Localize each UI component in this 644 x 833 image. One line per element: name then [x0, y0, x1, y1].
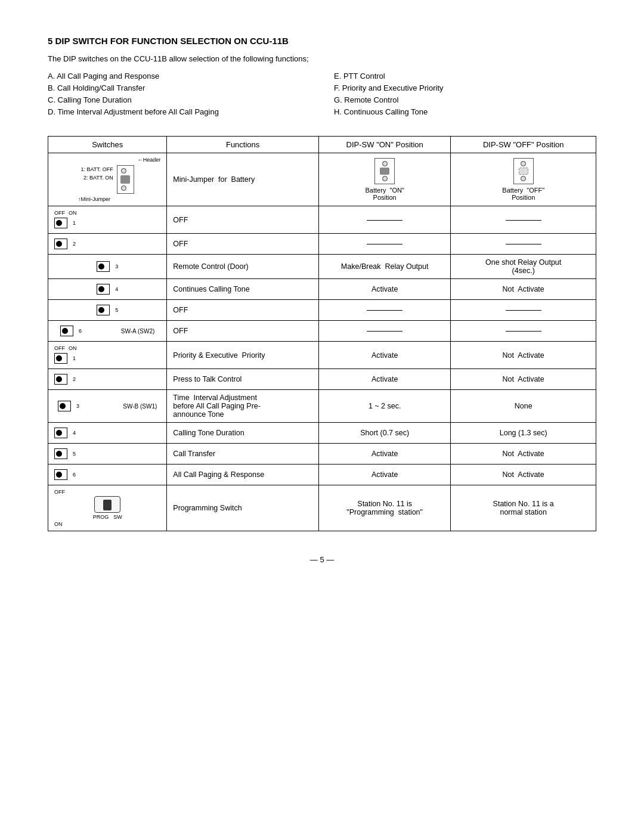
off-pos-swb-6: Not Activate [451, 465, 596, 485]
feature-lists: A. All Call Paging and Response B. Call … [48, 72, 596, 119]
list-left: A. All Call Paging and Response B. Call … [48, 72, 310, 119]
on-pos-swa-1 [318, 206, 450, 234]
header-off-position: DIP-SW "OFF" Position [451, 137, 596, 153]
off-pos-swa-5 [451, 300, 596, 321]
switch-cell-swb-5: 5 [48, 444, 167, 465]
on-pos-swb-4: Short (0.7 sec) [318, 423, 450, 444]
function-swb-6: All Call Paging & Response [167, 465, 319, 485]
function-prog-sw: Programming Switch [167, 485, 319, 531]
table-row-mini-jumper: ←Header 1: BATT. OFF 2: BATT. ON [48, 153, 596, 206]
list-item-f: F. Priority and Executive Priority [334, 83, 596, 92]
on-pos-mini-jumper: Battery "ON"Position [318, 153, 450, 206]
intro-text: The DIP switches on the CCU-11B allow se… [48, 54, 596, 63]
table-row-prog-sw: OFF PROG SW ON Programming Switch Statio… [48, 485, 596, 531]
table-row-swa-4: 4 Continues Calling Tone Activate Not Ac… [48, 279, 596, 300]
switch-cell-mini-jumper: ←Header 1: BATT. OFF 2: BATT. ON [48, 153, 167, 206]
function-swa-6: OFF [167, 321, 319, 342]
table-row-swb-3: 3 SW-B (SW1) Time Interval Adjustmentbef… [48, 390, 596, 423]
on-pos-swb-2: Activate [318, 369, 450, 390]
page-number: — 5 — [48, 555, 596, 564]
section-title: 5 DIP SWITCH FOR FUNCTION SELECTION ON C… [48, 36, 596, 46]
on-pos-swa-4: Activate [318, 279, 450, 300]
switch-cell-prog: OFF PROG SW ON [48, 485, 167, 531]
list-item-a: A. All Call Paging and Response [48, 72, 310, 80]
switch-cell-swa-5: 5 [48, 300, 167, 321]
on-pos-swb-1: Activate [318, 342, 450, 369]
off-pos-swa-1 [451, 206, 596, 234]
off-pos-swa-2 [451, 234, 596, 255]
function-swa-5: OFF [167, 300, 319, 321]
switch-cell-swa-6: 6 SW-A (SW2) [48, 321, 167, 342]
on-pos-swa-3: Make/Break Relay Output [318, 255, 450, 279]
function-swb-4: Calling Tone Duration [167, 423, 319, 444]
function-swb-1: Priority & Executive Priority [167, 342, 319, 369]
dip-swa-6: 6 [60, 324, 82, 337]
table-row-swb-4: 4 Calling Tone Duration Short (0.7 sec) … [48, 423, 596, 444]
off-pos-swb-1: Not Activate [451, 342, 596, 369]
function-swb-5: Call Transfer [167, 444, 319, 465]
switch-cell-swa-3: 3 [48, 255, 167, 279]
switch-cell-swa-2: 2 [48, 234, 167, 255]
list-right: E. PTT Control F. Priority and Executive… [334, 72, 596, 119]
table-row-swb-2: 2 Press to Talk Control Activate Not Act… [48, 369, 596, 390]
table-row-swb-5: 5 Call Transfer Activate Not Activate [48, 444, 596, 465]
list-item-e: E. PTT Control [334, 72, 596, 80]
off-pos-swb-5: Not Activate [451, 444, 596, 465]
header-switches: Switches [48, 137, 167, 153]
list-item-h: H. Continuous Calling Tone [334, 107, 596, 116]
dip-swa-1: OFFON 1 [54, 210, 160, 230]
off-pos-swb-3: None [451, 390, 596, 423]
switch-cell-swa-4: 4 [48, 279, 167, 300]
dip-swa-5: 5 [97, 304, 118, 317]
list-item-b: B. Call Holding/Call Transfer [48, 83, 310, 92]
function-swa-1: OFF [167, 206, 319, 234]
function-swb-3: Time Interval Adjustmentbefore All Call … [167, 390, 319, 423]
table-row-swa-5: 5 OFF [48, 300, 596, 321]
dip-swa-3: 3 [97, 260, 118, 273]
mini-jumper-diagram: ←Header 1: BATT. OFF 2: BATT. ON [54, 157, 160, 202]
on-pos-swa-6 [318, 321, 450, 342]
function-swa-3: Remote Control (Door) [167, 255, 319, 279]
off-pos-mini-jumper: Battery "OFF"Position [451, 153, 596, 206]
dip-swb-4: 4 [54, 426, 160, 439]
function-swa-4: Continues Calling Tone [167, 279, 319, 300]
table-row-swa-1: OFFON 1 OFF [48, 206, 596, 234]
function-swb-2: Press to Talk Control [167, 369, 319, 390]
header-functions: Functions [167, 137, 319, 153]
table-row-swa-3: 3 Remote Control (Door) Make/Break Relay… [48, 255, 596, 279]
switch-cell-swb-6: 6 [48, 465, 167, 485]
dip-swb-1: OFFON 1 [54, 345, 160, 365]
switch-cell-swa-1: OFFON 1 [48, 206, 167, 234]
on-pos-swa-2 [318, 234, 450, 255]
off-pos-prog-sw: Station No. 11 is anormal station [451, 485, 596, 531]
table-row-swa-6: 6 SW-A (SW2) OFF [48, 321, 596, 342]
table-row-swa-2: 2 OFF [48, 234, 596, 255]
switch-cell-swb-4: 4 [48, 423, 167, 444]
off-pos-swa-4: Not Activate [451, 279, 596, 300]
function-mini-jumper: Mini-Jumper for Battery [167, 153, 319, 206]
off-pos-swa-6 [451, 321, 596, 342]
list-item-g: G. Remote Control [334, 95, 596, 104]
list-item-d: D. Time Interval Adjustment before All C… [48, 107, 310, 116]
dip-swb-6: 6 [54, 468, 160, 481]
off-pos-swa-3: One shot Relay Output(4sec.) [451, 255, 596, 279]
table-row-swb-6: 6 All Call Paging & Response Activate No… [48, 465, 596, 485]
table-row-swb-1: OFFON 1 Priority & Executive Priority Ac… [48, 342, 596, 369]
dip-swb-2: 2 [54, 373, 160, 386]
dip-swb-3: 3 [58, 400, 79, 413]
on-pos-swa-5 [318, 300, 450, 321]
list-item-c: C. Calling Tone Duration [48, 95, 310, 104]
function-swa-2: OFF [167, 234, 319, 255]
dip-swa-2: 2 [54, 237, 160, 250]
switch-cell-swb-3: 3 SW-B (SW1) [48, 390, 167, 423]
header-on-position: DIP-SW "ON" Position [318, 137, 450, 153]
off-pos-swb-4: Long (1.3 sec) [451, 423, 596, 444]
on-pos-prog-sw: Station No. 11 is"Programming station" [318, 485, 450, 531]
dip-swa-4: 4 [97, 283, 118, 296]
on-pos-swb-5: Activate [318, 444, 450, 465]
dip-switch-table: Switches Functions DIP-SW "ON" Position … [48, 136, 596, 531]
switch-cell-swb-1: OFFON 1 [48, 342, 167, 369]
off-pos-swb-2: Not Activate [451, 369, 596, 390]
dip-swb-5: 5 [54, 447, 160, 460]
on-pos-swb-3: 1 ~ 2 sec. [318, 390, 450, 423]
